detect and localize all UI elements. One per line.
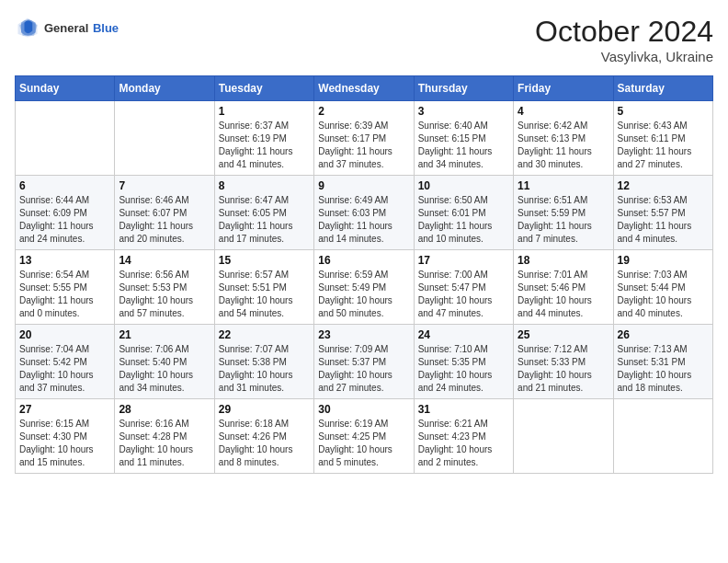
day-info: Sunrise: 6:49 AMSunset: 6:03 PMDaylight:… xyxy=(318,194,409,246)
calendar-day-cell: 22Sunrise: 7:07 AMSunset: 5:38 PMDayligh… xyxy=(214,325,313,399)
day-info: Sunrise: 6:46 AMSunset: 6:07 PMDaylight:… xyxy=(119,194,210,246)
weekday-header-tuesday: Tuesday xyxy=(214,76,313,101)
calendar-day-cell: 5Sunrise: 6:43 AMSunset: 6:11 PMDaylight… xyxy=(613,101,712,176)
day-info: Sunrise: 7:04 AMSunset: 5:42 PMDaylight:… xyxy=(19,343,110,395)
day-info: Sunrise: 6:59 AMSunset: 5:49 PMDaylight:… xyxy=(318,269,409,320)
calendar-day-cell: 19Sunrise: 7:03 AMSunset: 5:44 PMDayligh… xyxy=(613,250,712,325)
day-info: Sunrise: 6:56 AMSunset: 5:53 PMDaylight:… xyxy=(119,269,210,320)
day-number: 24 xyxy=(418,328,509,341)
day-info: Sunrise: 7:13 AMSunset: 5:31 PMDaylight:… xyxy=(618,343,709,395)
calendar-week-row: 1Sunrise: 6:37 AMSunset: 6:19 PMDaylight… xyxy=(16,101,713,176)
calendar-day-cell: 15Sunrise: 6:57 AMSunset: 5:51 PMDayligh… xyxy=(214,250,313,325)
calendar-day-cell: 11Sunrise: 6:51 AMSunset: 5:59 PMDayligh… xyxy=(514,176,613,250)
day-info: Sunrise: 6:37 AMSunset: 6:19 PMDaylight:… xyxy=(219,120,310,171)
day-number: 25 xyxy=(518,328,609,341)
day-number: 22 xyxy=(219,328,310,341)
calendar-day-cell: 25Sunrise: 7:12 AMSunset: 5:33 PMDayligh… xyxy=(514,325,613,399)
day-info: Sunrise: 6:42 AMSunset: 6:13 PMDaylight:… xyxy=(518,120,609,171)
calendar-day-cell: 20Sunrise: 7:04 AMSunset: 5:42 PMDayligh… xyxy=(16,325,115,399)
day-info: Sunrise: 6:43 AMSunset: 6:11 PMDaylight:… xyxy=(618,120,709,171)
day-number: 31 xyxy=(418,403,509,416)
calendar-day-cell xyxy=(514,399,613,474)
calendar-day-cell: 1Sunrise: 6:37 AMSunset: 6:19 PMDaylight… xyxy=(214,101,313,176)
logo: General Blue xyxy=(15,15,119,40)
day-number: 30 xyxy=(318,403,409,416)
day-number: 6 xyxy=(19,179,110,192)
calendar-day-cell: 21Sunrise: 7:06 AMSunset: 5:40 PMDayligh… xyxy=(115,325,214,399)
calendar-day-cell: 27Sunrise: 6:15 AMSunset: 4:30 PMDayligh… xyxy=(16,399,115,474)
day-info: Sunrise: 7:09 AMSunset: 5:37 PMDaylight:… xyxy=(318,343,409,395)
day-info: Sunrise: 6:57 AMSunset: 5:51 PMDaylight:… xyxy=(219,269,310,320)
day-number: 19 xyxy=(618,254,709,267)
day-info: Sunrise: 6:21 AMSunset: 4:23 PMDaylight:… xyxy=(418,418,509,469)
day-number: 20 xyxy=(19,328,110,341)
day-number: 7 xyxy=(119,179,210,192)
calendar-header: SundayMondayTuesdayWednesdayThursdayFrid… xyxy=(16,76,713,101)
calendar-week-row: 27Sunrise: 6:15 AMSunset: 4:30 PMDayligh… xyxy=(16,399,713,474)
calendar-day-cell: 16Sunrise: 6:59 AMSunset: 5:49 PMDayligh… xyxy=(314,250,414,325)
day-info: Sunrise: 6:18 AMSunset: 4:26 PMDaylight:… xyxy=(219,418,310,469)
calendar-day-cell: 10Sunrise: 6:50 AMSunset: 6:01 PMDayligh… xyxy=(414,176,513,250)
day-info: Sunrise: 7:06 AMSunset: 5:40 PMDaylight:… xyxy=(119,343,210,395)
weekday-header-saturday: Saturday xyxy=(613,76,712,101)
day-number: 2 xyxy=(318,105,409,118)
day-info: Sunrise: 6:16 AMSunset: 4:28 PMDaylight:… xyxy=(119,418,210,469)
day-number: 23 xyxy=(318,328,409,341)
calendar-day-cell: 14Sunrise: 6:56 AMSunset: 5:53 PMDayligh… xyxy=(115,250,214,325)
day-info: Sunrise: 6:44 AMSunset: 6:09 PMDaylight:… xyxy=(19,194,110,246)
day-info: Sunrise: 6:39 AMSunset: 6:17 PMDaylight:… xyxy=(318,120,409,171)
weekday-header-thursday: Thursday xyxy=(414,76,513,101)
calendar-day-cell: 13Sunrise: 6:54 AMSunset: 5:55 PMDayligh… xyxy=(16,250,115,325)
calendar-day-cell: 30Sunrise: 6:19 AMSunset: 4:25 PMDayligh… xyxy=(314,399,414,474)
day-info: Sunrise: 7:07 AMSunset: 5:38 PMDaylight:… xyxy=(219,343,310,395)
day-number: 11 xyxy=(518,179,609,192)
day-number: 5 xyxy=(618,105,709,118)
day-info: Sunrise: 6:53 AMSunset: 5:57 PMDaylight:… xyxy=(618,194,709,246)
generalblue-logo-icon xyxy=(15,15,40,40)
day-number: 28 xyxy=(119,403,210,416)
location-subtitle: Vasylivka, Ukraine xyxy=(535,49,713,64)
weekday-header-friday: Friday xyxy=(514,76,613,101)
calendar-body: 1Sunrise: 6:37 AMSunset: 6:19 PMDaylight… xyxy=(16,101,713,474)
day-info: Sunrise: 7:00 AMSunset: 5:47 PMDaylight:… xyxy=(418,269,509,320)
day-number: 27 xyxy=(19,403,110,416)
calendar-day-cell: 18Sunrise: 7:01 AMSunset: 5:46 PMDayligh… xyxy=(514,250,613,325)
calendar-day-cell: 17Sunrise: 7:00 AMSunset: 5:47 PMDayligh… xyxy=(414,250,513,325)
calendar-day-cell: 9Sunrise: 6:49 AMSunset: 6:03 PMDaylight… xyxy=(314,176,414,250)
day-info: Sunrise: 6:50 AMSunset: 6:01 PMDaylight:… xyxy=(418,194,509,246)
calendar-day-cell: 24Sunrise: 7:10 AMSunset: 5:35 PMDayligh… xyxy=(414,325,513,399)
calendar-day-cell xyxy=(16,101,115,176)
day-number: 8 xyxy=(219,179,310,192)
day-info: Sunrise: 6:15 AMSunset: 4:30 PMDaylight:… xyxy=(19,418,110,469)
day-number: 26 xyxy=(618,328,709,341)
logo-text: General Blue xyxy=(44,19,119,36)
day-number: 4 xyxy=(518,105,609,118)
calendar-week-row: 20Sunrise: 7:04 AMSunset: 5:42 PMDayligh… xyxy=(16,325,713,399)
calendar-day-cell: 3Sunrise: 6:40 AMSunset: 6:15 PMDaylight… xyxy=(414,101,513,176)
weekday-header-row: SundayMondayTuesdayWednesdayThursdayFrid… xyxy=(16,76,713,101)
day-number: 17 xyxy=(418,254,509,267)
calendar-day-cell: 28Sunrise: 6:16 AMSunset: 4:28 PMDayligh… xyxy=(115,399,214,474)
day-info: Sunrise: 6:54 AMSunset: 5:55 PMDaylight:… xyxy=(19,269,110,320)
day-number: 21 xyxy=(119,328,210,341)
day-info: Sunrise: 6:40 AMSunset: 6:15 PMDaylight:… xyxy=(418,120,509,171)
month-year-title: October 2024 xyxy=(535,15,713,49)
day-info: Sunrise: 7:10 AMSunset: 5:35 PMDaylight:… xyxy=(418,343,509,395)
calendar-day-cell: 8Sunrise: 6:47 AMSunset: 6:05 PMDaylight… xyxy=(214,176,313,250)
day-number: 18 xyxy=(518,254,609,267)
calendar-day-cell: 29Sunrise: 6:18 AMSunset: 4:26 PMDayligh… xyxy=(214,399,313,474)
calendar-day-cell xyxy=(613,399,712,474)
day-number: 15 xyxy=(219,254,310,267)
calendar-day-cell: 7Sunrise: 6:46 AMSunset: 6:07 PMDaylight… xyxy=(115,176,214,250)
weekday-header-sunday: Sunday xyxy=(16,76,115,101)
calendar-day-cell: 2Sunrise: 6:39 AMSunset: 6:17 PMDaylight… xyxy=(314,101,414,176)
calendar-day-cell: 26Sunrise: 7:13 AMSunset: 5:31 PMDayligh… xyxy=(613,325,712,399)
day-number: 10 xyxy=(418,179,509,192)
day-number: 29 xyxy=(219,403,310,416)
calendar-week-row: 6Sunrise: 6:44 AMSunset: 6:09 PMDaylight… xyxy=(16,176,713,250)
day-number: 1 xyxy=(219,105,310,118)
weekday-header-monday: Monday xyxy=(115,76,214,101)
day-info: Sunrise: 6:47 AMSunset: 6:05 PMDaylight:… xyxy=(219,194,310,246)
day-info: Sunrise: 7:03 AMSunset: 5:44 PMDaylight:… xyxy=(618,269,709,320)
day-info: Sunrise: 7:12 AMSunset: 5:33 PMDaylight:… xyxy=(518,343,609,395)
